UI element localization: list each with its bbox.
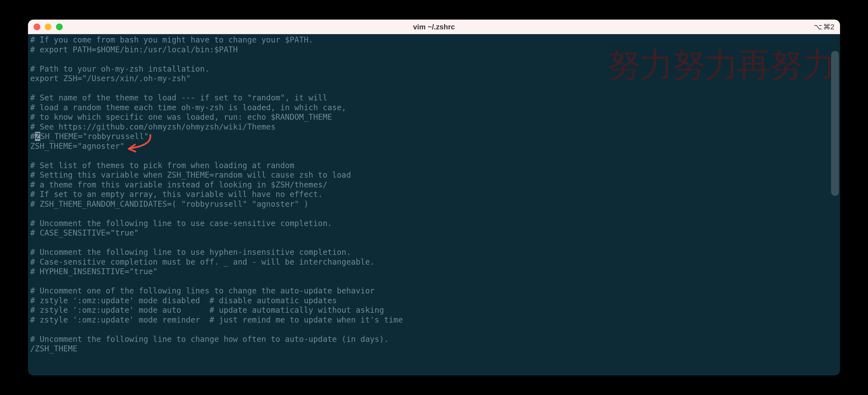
editor-line: # Uncomment the following line to use ca… xyxy=(30,219,838,229)
editor-line xyxy=(30,238,838,248)
editor-line xyxy=(30,209,838,219)
terminal-window: vim ~/.zshrc ⌥⌘2 努力努力再努力 # If you come f… xyxy=(28,20,840,375)
editor-line: # Set name of the theme to load --- if s… xyxy=(30,93,838,103)
editor-line: # Uncomment the following line to change… xyxy=(30,335,838,344)
editor-line: # export PATH=$HOME/bin:/usr/local/bin:$… xyxy=(30,45,838,55)
editor-line: # Set list of themes to pick from when l… xyxy=(30,161,838,171)
maximize-button[interactable] xyxy=(56,24,63,30)
editor-line: # ZSH_THEME_RANDOM_CANDIDATES=( "robbyru… xyxy=(30,199,838,209)
pane-indicator: ⌥⌘2 xyxy=(814,23,834,31)
editor-line: # Path to your oh-my-zsh installation. xyxy=(30,64,838,74)
editor-line xyxy=(30,84,838,93)
editor-line: # If you come from bash you might have t… xyxy=(30,35,838,45)
window-title: vim ~/.zshrc xyxy=(413,23,455,31)
command-pane-label: ⌘2 xyxy=(823,23,834,31)
editor-line: # zstyle ':omz:update' mode reminder # j… xyxy=(30,315,838,325)
editor-line xyxy=(30,325,838,335)
titlebar: vim ~/.zshrc ⌥⌘2 xyxy=(28,20,840,34)
close-button[interactable] xyxy=(34,24,40,30)
editor-line: # CASE_SENSITIVE="true" xyxy=(30,228,838,238)
option-key-icon: ⌥ xyxy=(814,23,822,31)
editor-line: export ZSH="/Users/xin/.oh-my-zsh" xyxy=(30,74,838,84)
editor-line: # Uncomment one of the following lines t… xyxy=(30,286,838,296)
editor-line: # zstyle ':omz:update' mode disabled # d… xyxy=(30,296,838,306)
editor-line: # Uncomment the following line to use hy… xyxy=(30,248,838,257)
editor-line: # See https://github.com/ohmyzsh/ohmyzsh… xyxy=(30,122,838,132)
vim-editor[interactable]: # If you come from bash you might have t… xyxy=(28,34,840,355)
editor-line: ZSH_THEME="agnoster" xyxy=(30,141,838,151)
editor-line: # HYPHEN_INSENSITIVE="true" xyxy=(30,267,838,277)
editor-line xyxy=(30,55,838,64)
editor-line xyxy=(30,151,838,161)
editor-line xyxy=(30,277,838,287)
vim-command-line[interactable]: /ZSH_THEME xyxy=(30,344,838,354)
vim-cursor: Z xyxy=(35,132,40,141)
editor-line: # If set to an empty array, this variabl… xyxy=(30,190,838,199)
editor-line: # Setting this variable when ZSH_THEME=r… xyxy=(30,170,838,180)
minimize-button[interactable] xyxy=(45,24,52,30)
editor-line: # Case-sensitive completion must be off.… xyxy=(30,257,838,267)
traffic-lights xyxy=(34,24,63,30)
editor-line: # zstyle ':omz:update' mode auto # updat… xyxy=(30,305,838,315)
editor-line: # to know which specific one was loaded,… xyxy=(30,112,838,122)
scrollbar[interactable] xyxy=(831,51,839,373)
editor-line: # a theme from this variable instead of … xyxy=(30,180,838,190)
scrollbar-thumb[interactable] xyxy=(831,51,839,196)
editor-line: # load a random theme each time oh-my-zs… xyxy=(30,103,838,113)
terminal-content[interactable]: 努力努力再努力 # If you come from bash you migh… xyxy=(28,34,840,375)
editor-line: #ZSH_THEME="robbyrussell" xyxy=(30,132,838,141)
